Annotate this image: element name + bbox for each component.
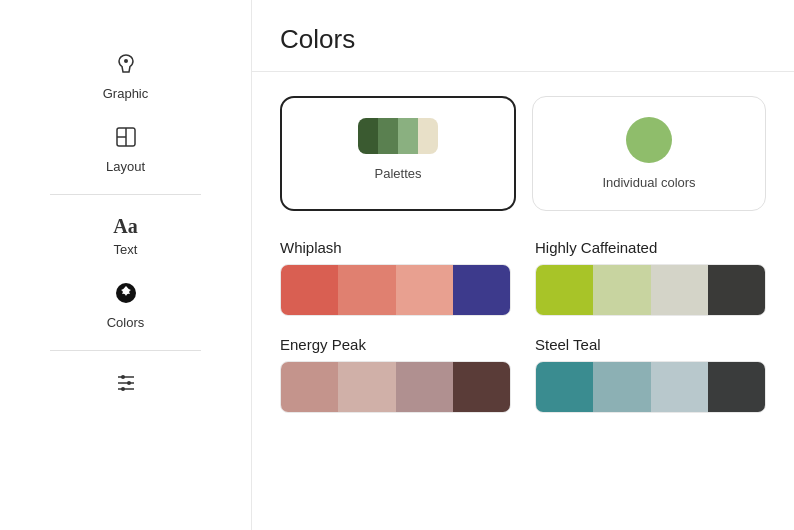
sidebar-item-text[interactable]: Aa Text	[0, 203, 251, 269]
swatch-hc3	[651, 265, 708, 315]
sidebar-item-layout[interactable]: Layout	[0, 113, 251, 186]
swatch-st2	[593, 362, 650, 412]
sidebar-item-label-colors: Colors	[107, 315, 145, 330]
palette-ep-name: Energy Peak	[280, 336, 511, 353]
graphic-icon	[114, 52, 138, 82]
swatch-hc2	[593, 265, 650, 315]
swatch-st4	[708, 362, 765, 412]
sidebar-item-label-text: Text	[114, 242, 138, 257]
swatch-ep2	[338, 362, 395, 412]
sidebar-divider-1	[50, 194, 201, 195]
swatch-st3	[651, 362, 708, 412]
palette-steel-teal[interactable]: Steel Teal	[535, 336, 766, 413]
palettes-card[interactable]: Palettes	[280, 96, 516, 211]
settings-icon	[114, 371, 138, 401]
palettes-label: Palettes	[375, 166, 422, 181]
colors-icon	[114, 281, 138, 311]
swatch-st1	[536, 362, 593, 412]
text-icon: Aa	[113, 215, 137, 238]
palettes-preview-icon	[358, 118, 438, 154]
swatch-ep3	[396, 362, 453, 412]
sidebar-item-colors[interactable]: Colors	[0, 269, 251, 342]
sidebar-item-graphic[interactable]: Graphic	[0, 40, 251, 113]
sidebar-item-label-graphic: Graphic	[103, 86, 149, 101]
swatch-ep4	[453, 362, 510, 412]
svg-point-10	[127, 381, 131, 385]
swatch-wh1	[281, 265, 338, 315]
colors-content: Palettes Individual colors Whiplash High…	[252, 72, 794, 437]
page-title: Colors	[280, 24, 766, 55]
palette-hc-swatches	[535, 264, 766, 316]
palette-st-name: Steel Teal	[535, 336, 766, 353]
svg-point-13	[121, 387, 125, 391]
individual-colors-label: Individual colors	[602, 175, 695, 190]
palette-highly-caffeinated[interactable]: Highly Caffeinated	[535, 239, 766, 316]
palette-whiplash-name: Whiplash	[280, 239, 511, 256]
swatch-wh2	[338, 265, 395, 315]
swatch-hc1	[536, 265, 593, 315]
svg-point-0	[124, 59, 128, 63]
palette-ep-swatches	[280, 361, 511, 413]
palette-st-swatches	[535, 361, 766, 413]
palettes-grid: Whiplash Highly Caffeinated En	[280, 239, 766, 413]
individual-colors-icon	[626, 117, 672, 163]
palette-hc-name: Highly Caffeinated	[535, 239, 766, 256]
individual-colors-card[interactable]: Individual colors	[532, 96, 766, 211]
svg-point-7	[121, 375, 125, 379]
palette-whiplash-swatches	[280, 264, 511, 316]
page-header: Colors	[252, 0, 794, 72]
palette-energy-peak[interactable]: Energy Peak	[280, 336, 511, 413]
sidebar-divider-2	[50, 350, 201, 351]
swatch-wh3	[396, 265, 453, 315]
swatch-hc4	[708, 265, 765, 315]
main-content-area: Colors Palettes Individual colors W	[252, 0, 794, 530]
sidebar-item-settings[interactable]	[0, 359, 251, 413]
type-selector: Palettes Individual colors	[280, 96, 766, 211]
palette-whiplash[interactable]: Whiplash	[280, 239, 511, 316]
swatch-ep1	[281, 362, 338, 412]
sidebar: Graphic Layout Aa Text Colors	[0, 0, 252, 530]
layout-icon	[114, 125, 138, 155]
sidebar-item-label-layout: Layout	[106, 159, 145, 174]
swatch-wh4	[453, 265, 510, 315]
